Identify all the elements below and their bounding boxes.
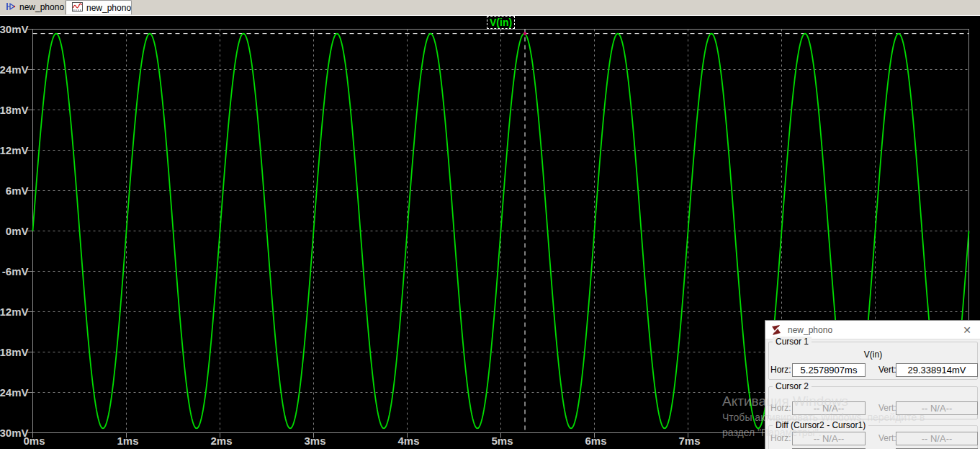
- y-axis-label: 12mV: [0, 144, 29, 156]
- cursor1-group-label: Cursor 1: [773, 337, 812, 347]
- y-axis-label: -24mV: [0, 386, 29, 399]
- cursor2-horz-label: Horz:: [770, 403, 791, 413]
- x-axis-label: 2ms: [210, 435, 232, 447]
- diff-horz-label: Horz:: [770, 433, 791, 443]
- x-axis-label: 3ms: [304, 435, 325, 447]
- cursor2-vert-field[interactable]: [896, 401, 978, 415]
- x-axis-label: 0ms: [23, 435, 45, 447]
- tab-bar: new_phono new_phono: [0, 0, 980, 16]
- y-axis-label: -18mV: [0, 346, 29, 358]
- x-axis-label: 4ms: [397, 435, 419, 447]
- diff-vert-label: Vert:: [878, 433, 896, 443]
- x-axis-label: 1ms: [117, 435, 138, 447]
- cursor2-vert-label: Vert:: [878, 403, 896, 413]
- diff-group: Diff (Cursor2 - Cursor1) Horz: Vert:: [768, 425, 978, 449]
- diff-horz-field[interactable]: [792, 432, 866, 445]
- ltspice-logo-icon: [770, 324, 782, 336]
- y-axis-label: 30mV: [0, 23, 29, 35]
- schematic-icon: [6, 1, 16, 14]
- tab-label: new_phono: [19, 2, 64, 12]
- cursor1-marker: [523, 32, 526, 35]
- cursor2-horz-field[interactable]: [792, 401, 866, 415]
- cursor1-horz-label: Horz:: [770, 365, 791, 375]
- y-axis-label: -12mV: [0, 306, 29, 318]
- cursor1-vert-field[interactable]: [896, 363, 978, 377]
- cursor-dialog[interactable]: new_phono ✕ Cursor 1 V(in) Horz: Vert: C…: [765, 320, 980, 449]
- y-axis-label: 24mV: [0, 63, 29, 76]
- y-axis-label: -6mV: [2, 265, 29, 277]
- cursor2-group-label: Cursor 2: [773, 381, 812, 391]
- x-axis-label: 7ms: [678, 435, 700, 447]
- waveform-icon: [72, 2, 83, 14]
- tab-label: new_phono: [86, 3, 131, 13]
- x-axis-label: 5ms: [491, 435, 513, 447]
- y-axis-label: 18mV: [0, 104, 29, 116]
- ltspice-window: new_phono new_phono 30mV24mV18mV12mV6mV0…: [0, 0, 980, 449]
- diff-group-label: Diff (Cursor2 - Cursor1): [773, 420, 868, 430]
- close-icon[interactable]: ✕: [960, 323, 974, 337]
- tab-waveform-new-phono[interactable]: new_phono: [66, 0, 132, 14]
- x-axis-label: 6ms: [585, 435, 606, 447]
- cursor1-horz-field[interactable]: [792, 363, 866, 377]
- cursor1-signal-name: V(in): [769, 350, 977, 360]
- y-axis-label: 0mV: [6, 225, 29, 237]
- y-axis-label: 6mV: [6, 185, 29, 197]
- cursor2-group: Cursor 2 Horz: Vert:: [768, 386, 978, 419]
- cursor-dialog-title: new_phono: [788, 325, 832, 335]
- cursor1-group: Cursor 1 V(in) Horz: Vert:: [768, 342, 978, 380]
- diff-vert-field[interactable]: [896, 432, 978, 445]
- cursor1-vert-label: Vert:: [878, 365, 896, 375]
- tab-schematic-new-phono[interactable]: new_phono: [0, 0, 66, 14]
- trace-title-vin[interactable]: V(in): [487, 16, 515, 29]
